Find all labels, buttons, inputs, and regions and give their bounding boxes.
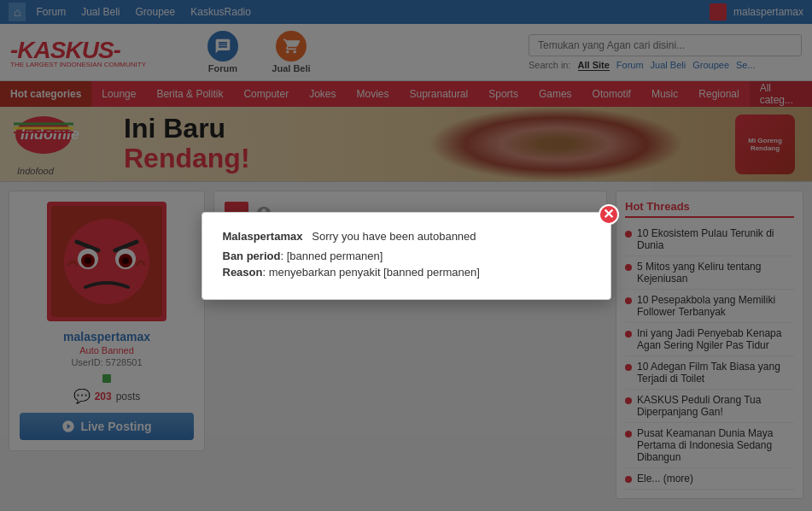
modal-overlay: ✕ Malaspertamax Sorry you have been auto…	[0, 0, 812, 508]
modal-username: Malaspertamax	[223, 230, 303, 243]
ban-period-label: Ban period	[223, 250, 281, 262]
modal-message: Malaspertamax Sorry you have been autoba…	[223, 230, 590, 243]
modal-ban-period: Ban period: [banned permanen]	[223, 250, 590, 262]
ban-modal: ✕ Malaspertamax Sorry you have been auto…	[202, 212, 611, 300]
reason-label: Reason	[223, 266, 263, 279]
modal-ban-message: Sorry you have been autobanned	[312, 230, 476, 243]
reason-value: menyebarkan penyakit [banned permanen]	[269, 266, 480, 279]
modal-close-button[interactable]: ✕	[599, 204, 619, 225]
modal-reason: Reason: menyebarkan penyakit [banned per…	[223, 266, 590, 279]
ban-period-value: [banned permanen]	[287, 250, 383, 262]
